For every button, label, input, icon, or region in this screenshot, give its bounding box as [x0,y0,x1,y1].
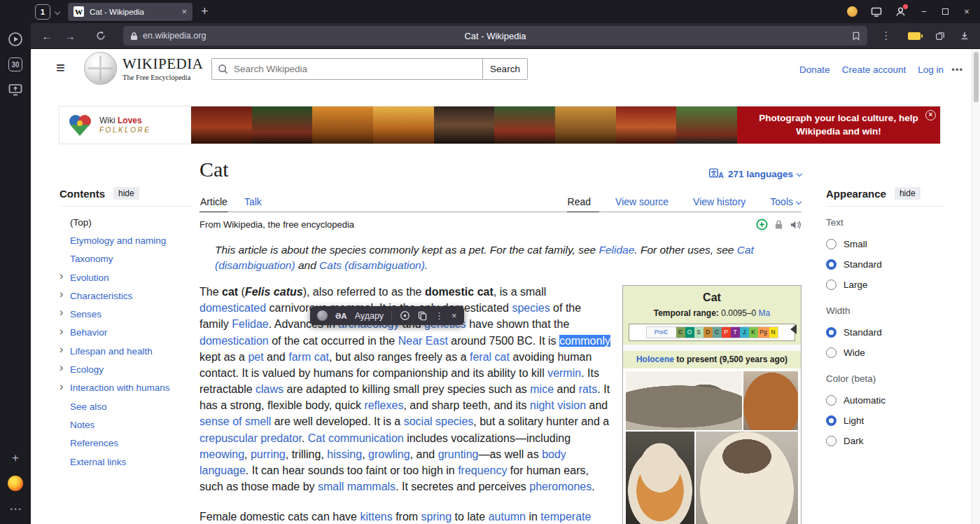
inline-link[interactable]: purring [251,448,286,460]
inline-link[interactable]: kittens [360,511,392,523]
inline-link[interactable]: hissing [327,448,362,460]
temporal-unit-link[interactable]: Ma [759,308,771,318]
inline-link[interactable]: small mammals [318,481,396,492]
radio-option[interactable]: Wide [826,343,945,363]
extensions-kebab-icon[interactable]: ⋮ [879,29,893,42]
radio-button[interactable] [826,436,836,446]
inline-link[interactable]: Felidae [232,318,268,330]
add-circle-icon[interactable] [756,219,768,230]
radio-button[interactable] [826,239,836,249]
inline-link[interactable]: social species [404,415,474,427]
radio-option[interactable]: Dark [826,431,945,451]
cat-photo-tabby-lying[interactable] [626,371,742,430]
inline-link[interactable]: Near East [398,335,448,347]
inline-link[interactable]: species [512,302,550,314]
radio-option[interactable]: Light [826,411,945,431]
inline-link[interactable]: grunting [438,448,479,460]
minimize-button[interactable]: − [919,6,929,17]
article-tab[interactable]: Talk [244,193,262,212]
inline-link[interactable]: domestication [200,335,269,347]
radio-option[interactable]: Automatic [826,390,945,411]
banner-message[interactable]: Photograph your local culture, help Wiki… [737,106,940,144]
close-window-button[interactable]: × [962,6,972,17]
chevron-right-icon[interactable]: › [59,289,63,300]
inline-link[interactable]: Felidae [598,244,634,256]
toc-item[interactable]: › Evolution [70,268,194,287]
toc-item[interactable]: › (Top) [70,213,194,231]
inline-link[interactable]: reflexes [364,399,403,411]
toc-item[interactable]: › External links [70,453,194,471]
browser-tab[interactable]: W Cat - Wikipedia × [68,3,192,21]
inline-link[interactable]: frequency [458,464,507,476]
inline-link[interactable]: autumn [489,511,526,523]
inline-link[interactable]: Cat communication [308,432,404,444]
toc-item[interactable]: › Notes [70,415,194,434]
inline-link[interactable]: spring [421,511,452,523]
radio-option[interactable]: Large [826,275,945,295]
toc-item[interactable]: › References [70,434,194,453]
inline-link[interactable]: Cats (disambiguation) [319,259,425,271]
maximize-button[interactable] [942,8,948,15]
wikipedia-globe-logo[interactable] [84,52,117,85]
page-scrollbar[interactable] [972,49,980,524]
cat-photo-siamese[interactable] [696,432,798,524]
header-link[interactable]: Create account [842,64,906,75]
radio-button[interactable] [826,280,836,290]
view-tab[interactable]: Tools [769,193,802,212]
inline-link[interactable]: claws [255,383,284,395]
chevron-right-icon[interactable]: › [59,381,63,392]
appearance-hide-button[interactable]: hide [895,187,920,200]
inline-link[interactable]: growling [368,448,410,460]
main-menu-button[interactable]: ≡ [56,59,65,77]
inline-link[interactable]: vermin [547,367,581,379]
inline-link[interactable]: night vision [530,399,586,411]
inline-link[interactable]: sense of smell [200,415,271,427]
inline-link[interactable]: crepuscular [200,432,258,444]
inline-link[interactable]: pet [248,351,263,363]
header-more-button[interactable]: ••• [951,64,963,75]
view-tab[interactable]: View source [615,193,677,212]
toc-item[interactable]: › Behavior [70,324,194,342]
article-tab[interactable]: Article [200,193,228,212]
tab-close-icon[interactable]: × [181,6,187,17]
translator-logo-icon[interactable] [317,310,328,321]
bookmark-flag-icon[interactable] [852,32,860,41]
tab-list-caret-icon[interactable] [55,8,60,14]
popup-more-icon[interactable]: ⋮ [435,310,444,321]
battery-extension-icon[interactable] [908,32,920,40]
back-button[interactable]: ← [40,30,54,42]
radio-button[interactable] [826,327,836,338]
toc-item[interactable]: › Characteristics [70,287,194,305]
chevron-right-icon[interactable]: › [59,362,63,373]
tab-counter-button[interactable]: 1 [35,4,50,20]
wikipedia-wordmark[interactable]: WIKIPEDIA The Free Encyclopedia [122,55,203,81]
screen-share-icon[interactable] [7,81,24,98]
tabs-overview-icon[interactable] [935,31,945,41]
inline-link[interactable]: feral cat [470,351,510,363]
devices-icon[interactable] [871,7,882,17]
languages-button[interactable]: A 271 languages [709,168,802,179]
translate-button[interactable]: Аудару [355,311,384,321]
profile-icon[interactable] [895,6,906,17]
inline-link[interactable]: mice [530,383,554,395]
chevron-right-icon[interactable]: › [59,344,63,355]
new-item-plus-icon[interactable]: + [7,450,24,467]
toc-item[interactable]: › Interaction with humans [70,379,194,397]
toc-item[interactable]: › Ecology [70,360,194,378]
inline-link[interactable]: domesticated [200,302,266,314]
listen-article-icon[interactable] [790,220,802,230]
chevron-right-icon[interactable]: › [59,307,63,318]
radio-option[interactable]: Standard [826,322,945,343]
radio-button[interactable] [826,395,836,406]
search-button[interactable]: Search [483,58,528,80]
url-bar[interactable]: en.wikipedia.org Cat - Wikipedia [123,26,867,46]
inline-link[interactable]: meowing [200,448,244,460]
chevron-right-icon[interactable]: › [59,270,63,282]
cat-photo-abyssinian[interactable] [743,371,798,430]
listen-icon[interactable] [400,310,410,321]
radio-button[interactable] [826,259,836,270]
inline-link[interactable]: rats [579,383,598,395]
scrollbar-thumb[interactable] [974,52,979,102]
extension-30-icon[interactable]: 30 [8,57,22,71]
firefox-logo-icon[interactable] [8,476,23,491]
